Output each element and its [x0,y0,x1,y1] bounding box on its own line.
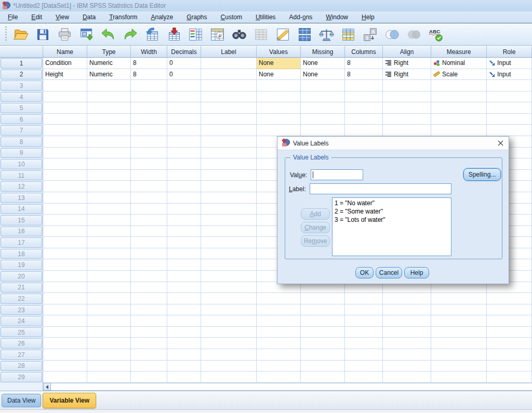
cell-type-row24[interactable] [87,315,131,327]
row-number-1[interactable]: 1 [0,58,43,69]
cell-align-row1[interactable]: Right [383,58,431,69]
cell-name-row3[interactable] [43,80,87,91]
cell-label-row3[interactable] [201,80,257,91]
row-number-9[interactable]: 9 [0,148,43,159]
cell-role-row23[interactable] [487,304,532,316]
cell-width-row3[interactable] [131,80,167,91]
cell-label-row25[interactable] [201,327,257,338]
cell-width-row1[interactable]: 8 [131,58,167,69]
row-number-28[interactable]: 28 [0,361,43,372]
cell-measure-row23[interactable] [431,304,487,316]
row-number-14[interactable]: 14 [0,204,43,215]
cell-role-row24[interactable] [487,315,532,327]
cell-decimals-row24[interactable] [167,315,201,327]
cell-role-row4[interactable] [487,91,532,103]
cell-width-row16[interactable] [131,226,167,237]
cell-type-row9[interactable] [87,148,131,159]
tab-data-view[interactable]: Data View [2,394,41,407]
cell-role-row5[interactable] [487,102,532,114]
row-number-23[interactable]: 23 [0,304,43,316]
cell-name-row17[interactable] [43,237,87,248]
row-number-27[interactable]: 27 [0,349,43,361]
cell-columns-row1[interactable]: 8 [345,58,383,69]
cell-label-row21[interactable] [201,282,257,294]
cell-width-row20[interactable] [131,271,167,282]
cell-name-row26[interactable] [43,338,87,349]
cell-align-row24[interactable] [383,315,431,327]
spelling-button[interactable]: Spelling... [463,168,501,181]
row-number-12[interactable]: 12 [0,181,43,192]
remove-button[interactable]: Remove [301,235,330,247]
cell-label-row17[interactable] [201,237,257,248]
row-number-11[interactable]: 11 [0,170,43,181]
cell-decimals-row19[interactable] [167,259,201,271]
row-number-4[interactable]: 4 [0,91,43,103]
cell-values-row28[interactable] [257,361,301,372]
cell-type-row11[interactable] [87,170,131,181]
cell-align-row5[interactable] [383,102,431,114]
menu-item-edit[interactable]: Edit [24,12,49,22]
cell-name-row25[interactable] [43,327,87,338]
cell-name-row5[interactable] [43,102,87,114]
cell-width-row22[interactable] [131,293,167,304]
cell-missing-row4[interactable] [301,91,345,103]
cell-align-row23[interactable] [383,304,431,316]
cell-type-row6[interactable] [87,114,131,125]
cell-width-row17[interactable] [131,237,167,248]
cell-label-row10[interactable] [201,158,257,170]
cell-role-row1[interactable]: Input [487,58,532,69]
cell-label-row14[interactable] [201,204,257,215]
cell-columns-row3[interactable] [345,80,383,91]
cell-name-row7[interactable] [43,125,87,136]
cell-width-row14[interactable] [131,204,167,215]
cell-label-row29[interactable] [201,371,257,383]
cell-name-row8[interactable] [43,136,87,148]
cell-measure-row28[interactable] [431,361,487,372]
cell-width-row11[interactable] [131,170,167,181]
cell-missing-row28[interactable] [301,361,345,372]
cell-width-row26[interactable] [131,338,167,349]
scroll-left-arrow-icon[interactable] [43,383,51,391]
row-number-7[interactable]: 7 [0,125,43,136]
row-number-5[interactable]: 5 [0,102,43,114]
cell-width-row13[interactable] [131,192,167,204]
cell-type-row22[interactable] [87,293,131,304]
cell-missing-row6[interactable] [301,114,345,125]
cell-columns-row29[interactable] [345,371,383,383]
cell-width-row12[interactable] [131,181,167,192]
cell-type-row5[interactable] [87,102,131,114]
cell-label-row20[interactable] [201,271,257,282]
find-icon[interactable] [231,26,248,43]
cell-label-row24[interactable] [201,315,257,327]
cell-name-row10[interactable] [43,158,87,170]
cell-name-row13[interactable] [43,192,87,204]
insert-variable-icon[interactable] [274,26,291,43]
cell-columns-row2[interactable]: 8 [345,69,383,81]
cell-missing-row2[interactable]: None [301,69,345,81]
cell-measure-row26[interactable] [431,338,487,349]
goto-variable-icon[interactable] [165,26,182,43]
cell-values-row23[interactable] [257,304,301,316]
cell-decimals-row21[interactable] [167,282,201,294]
cell-align-row7[interactable] [383,125,431,136]
cell-name-row16[interactable] [43,226,87,237]
cell-type-row16[interactable] [87,226,131,237]
cell-label-row5[interactable] [201,102,257,114]
cell-label-row9[interactable] [201,148,257,159]
menu-item-graphs[interactable]: Graphs [180,12,214,22]
undo-icon[interactable] [100,26,117,43]
cell-decimals-row23[interactable] [167,304,201,316]
row-number-16[interactable]: 16 [0,226,43,237]
close-icon[interactable] [496,139,504,148]
cell-decimals-row18[interactable] [167,248,201,260]
cell-decimals-row8[interactable] [167,136,201,148]
row-number-8[interactable]: 8 [0,136,43,148]
cell-measure-row6[interactable] [431,114,487,125]
spell-check-icon[interactable]: ABC [427,26,444,43]
variables-list-icon[interactable] [187,26,204,43]
cell-align-row2[interactable]: Right [383,69,431,81]
cell-label-row23[interactable] [201,304,257,316]
cell-type-row8[interactable] [87,136,131,148]
scrollbar-track[interactable] [51,383,532,391]
redo-icon[interactable] [122,26,139,43]
